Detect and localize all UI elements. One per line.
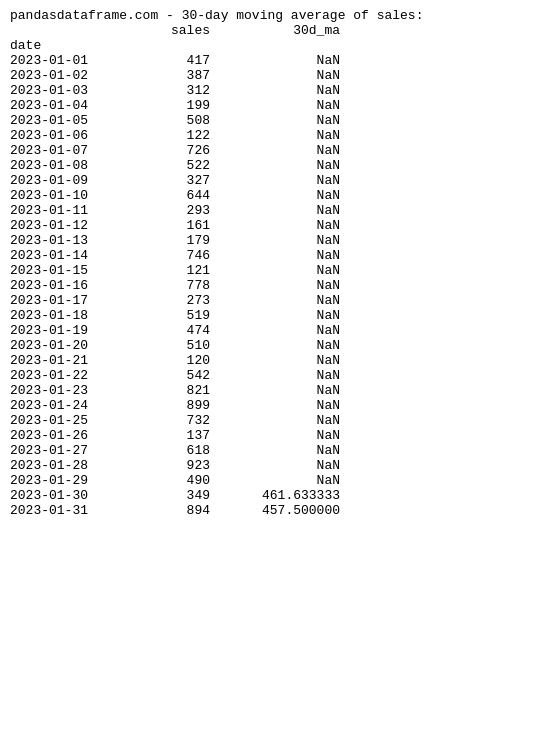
cell-ma: NaN [210, 83, 340, 98]
table-row: 2023-01-01417NaN [10, 53, 540, 68]
table-row: 2023-01-19474NaN [10, 323, 540, 338]
table-row: 2023-01-07726NaN [10, 143, 540, 158]
date-column-header [10, 23, 120, 38]
cell-sales: 312 [120, 83, 210, 98]
cell-date: 2023-01-10 [10, 188, 120, 203]
cell-date: 2023-01-06 [10, 128, 120, 143]
cell-sales: 120 [120, 353, 210, 368]
cell-date: 2023-01-27 [10, 443, 120, 458]
cell-date: 2023-01-28 [10, 458, 120, 473]
table-row: 2023-01-30349461.633333 [10, 488, 540, 503]
data-table: 2023-01-01417NaN2023-01-02387NaN2023-01-… [10, 53, 540, 518]
table-row: 2023-01-09327NaN [10, 173, 540, 188]
cell-ma: NaN [210, 188, 340, 203]
cell-date: 2023-01-12 [10, 218, 120, 233]
cell-sales: 417 [120, 53, 210, 68]
cell-sales: 121 [120, 263, 210, 278]
cell-sales: 490 [120, 473, 210, 488]
cell-date: 2023-01-23 [10, 383, 120, 398]
cell-date: 2023-01-02 [10, 68, 120, 83]
cell-ma: NaN [210, 218, 340, 233]
cell-sales: 293 [120, 203, 210, 218]
cell-date: 2023-01-14 [10, 248, 120, 263]
cell-date: 2023-01-21 [10, 353, 120, 368]
table-row: 2023-01-15121NaN [10, 263, 540, 278]
cell-date: 2023-01-31 [10, 503, 120, 518]
cell-ma: NaN [210, 263, 340, 278]
table-row: 2023-01-20510NaN [10, 338, 540, 353]
cell-date: 2023-01-04 [10, 98, 120, 113]
table-row: 2023-01-16778NaN [10, 278, 540, 293]
table-row: 2023-01-28923NaN [10, 458, 540, 473]
cell-sales: 542 [120, 368, 210, 383]
cell-sales: 618 [120, 443, 210, 458]
cell-sales: 522 [120, 158, 210, 173]
cell-date: 2023-01-15 [10, 263, 120, 278]
cell-sales: 122 [120, 128, 210, 143]
table-row: 2023-01-27618NaN [10, 443, 540, 458]
cell-ma: NaN [210, 233, 340, 248]
table-row: 2023-01-13179NaN [10, 233, 540, 248]
cell-ma: NaN [210, 353, 340, 368]
cell-date: 2023-01-07 [10, 143, 120, 158]
table-row: 2023-01-21120NaN [10, 353, 540, 368]
table-row: 2023-01-17273NaN [10, 293, 540, 308]
cell-ma: 457.500000 [210, 503, 340, 518]
sales-column-header: sales [120, 23, 210, 38]
table-row: 2023-01-31894457.500000 [10, 503, 540, 518]
cell-sales: 746 [120, 248, 210, 263]
table-row: 2023-01-14746NaN [10, 248, 540, 263]
cell-sales: 510 [120, 338, 210, 353]
cell-ma: NaN [210, 68, 340, 83]
cell-ma: NaN [210, 413, 340, 428]
cell-ma: NaN [210, 338, 340, 353]
cell-ma: NaN [210, 323, 340, 338]
cell-sales: 519 [120, 308, 210, 323]
cell-ma: NaN [210, 398, 340, 413]
table-row: 2023-01-11293NaN [10, 203, 540, 218]
cell-sales: 894 [120, 503, 210, 518]
cell-date: 2023-01-08 [10, 158, 120, 173]
cell-sales: 923 [120, 458, 210, 473]
table-row: 2023-01-24899NaN [10, 398, 540, 413]
table-row: 2023-01-05508NaN [10, 113, 540, 128]
cell-sales: 137 [120, 428, 210, 443]
cell-sales: 273 [120, 293, 210, 308]
cell-ma: NaN [210, 368, 340, 383]
cell-ma: NaN [210, 428, 340, 443]
cell-date: 2023-01-03 [10, 83, 120, 98]
cell-sales: 349 [120, 488, 210, 503]
cell-date: 2023-01-05 [10, 113, 120, 128]
cell-sales: 387 [120, 68, 210, 83]
cell-ma: NaN [210, 173, 340, 188]
cell-ma: NaN [210, 158, 340, 173]
cell-date: 2023-01-13 [10, 233, 120, 248]
table-row: 2023-01-26137NaN [10, 428, 540, 443]
cell-sales: 508 [120, 113, 210, 128]
cell-sales: 732 [120, 413, 210, 428]
cell-ma: NaN [210, 128, 340, 143]
cell-sales: 644 [120, 188, 210, 203]
cell-ma: NaN [210, 473, 340, 488]
cell-sales: 778 [120, 278, 210, 293]
table-row: 2023-01-06122NaN [10, 128, 540, 143]
cell-date: 2023-01-20 [10, 338, 120, 353]
table-row: 2023-01-22542NaN [10, 368, 540, 383]
cell-sales: 161 [120, 218, 210, 233]
table-row: 2023-01-23821NaN [10, 383, 540, 398]
cell-ma: NaN [210, 143, 340, 158]
date-index-label: date [10, 38, 120, 53]
cell-ma: 461.633333 [210, 488, 340, 503]
table-row: 2023-01-18519NaN [10, 308, 540, 323]
cell-sales: 474 [120, 323, 210, 338]
cell-date: 2023-01-01 [10, 53, 120, 68]
table-row: 2023-01-29490NaN [10, 473, 540, 488]
cell-sales: 726 [120, 143, 210, 158]
cell-sales: 199 [120, 98, 210, 113]
cell-ma: NaN [210, 278, 340, 293]
cell-sales: 821 [120, 383, 210, 398]
ma-column-header: 30d_ma [210, 23, 340, 38]
table-row: 2023-01-03312NaN [10, 83, 540, 98]
cell-date: 2023-01-09 [10, 173, 120, 188]
cell-date: 2023-01-17 [10, 293, 120, 308]
